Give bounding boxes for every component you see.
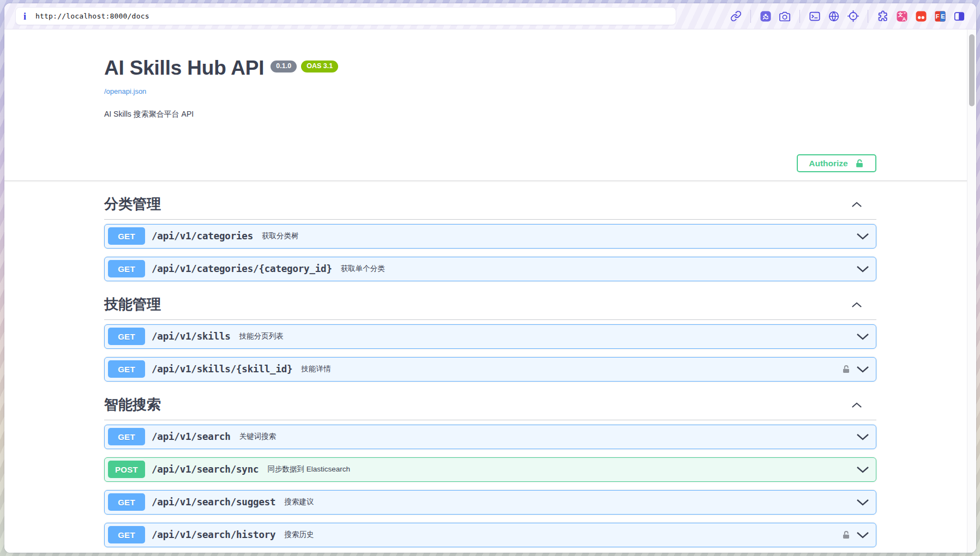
chevron-down-icon — [856, 366, 869, 373]
toolbar-separator — [868, 10, 868, 23]
endpoint-path: /api/v1/search — [152, 431, 231, 442]
method-badge: GET — [108, 360, 145, 378]
scrollbar-thumb[interactable] — [969, 34, 975, 106]
chevron-down-icon — [856, 265, 869, 273]
endpoint-path: /api/v1/search/sync — [152, 464, 258, 475]
api-sections: 分类管理 GET /api/v1/categories 获取分类树 GET /a… — [104, 196, 876, 553]
endpoint-summary: 技能分页列表 — [239, 331, 284, 341]
endpoint-summary: 搜索历史 — [284, 530, 314, 540]
tag-section: 技能管理 GET /api/v1/skills 技能分页列表 GET /api/… — [104, 297, 876, 382]
globe-icon[interactable] — [827, 9, 841, 23]
screenshot-app-icon[interactable] — [759, 9, 773, 23]
chevron-down-icon — [856, 233, 869, 240]
endpoint-path: /api/v1/categories — [152, 231, 253, 241]
lock-icon[interactable] — [841, 365, 851, 374]
endpoint-summary: 获取分类树 — [262, 231, 299, 241]
version-badge: 0.1.0 — [270, 61, 297, 72]
authorize-label: Authorize — [809, 159, 847, 168]
endpoint-path: /api/v1/search/history — [152, 529, 275, 540]
endpoint-summary: 搜索建议 — [284, 497, 314, 507]
section-title: 分类管理 — [104, 196, 161, 213]
method-badge: GET — [108, 428, 145, 445]
section-title: 技能管理 — [104, 297, 161, 313]
scrollbar-track[interactable] — [967, 29, 976, 553]
endpoint-summary: 获取单个分类 — [341, 264, 385, 274]
url-text: http://localhost:8000/docs — [35, 12, 149, 20]
browser-toolbar: i http://localhost:8000/docs — [4, 3, 976, 29]
section-endpoints: GET /api/v1/categories 获取分类树 GET /api/v1… — [104, 224, 876, 281]
endpoint-path: /api/v1/skills — [152, 331, 231, 342]
section-header[interactable]: 智能搜索 — [104, 397, 876, 420]
tag-section: 分类管理 GET /api/v1/categories 获取分类树 GET /a… — [104, 196, 876, 281]
endpoint-path: /api/v1/search/suggest — [152, 497, 275, 507]
link-icon[interactable] — [729, 9, 743, 23]
unlock-icon — [855, 159, 864, 168]
chevron-down-icon — [856, 433, 869, 440]
extensions-puzzle-icon[interactable] — [876, 9, 890, 23]
svg-text:E: E — [941, 13, 945, 20]
method-badge: GET — [108, 227, 145, 245]
camera-icon[interactable] — [778, 9, 792, 23]
endpoint-row[interactable]: GET /api/v1/categories/{category_id} 获取单… — [104, 257, 876, 281]
chevron-up-icon[interactable] — [851, 402, 862, 408]
section-header[interactable]: 技能管理 — [104, 297, 876, 320]
toolbar-separator — [799, 10, 800, 23]
endpoint-summary: 技能详情 — [301, 364, 330, 374]
chevron-up-icon[interactable] — [851, 301, 862, 308]
chevron-up-icon[interactable] — [851, 201, 862, 208]
oas-badge: OAS 3.1 — [301, 61, 338, 72]
endpoint-row[interactable]: POST /api/v1/search/sync 同步数据到 Elasticse… — [104, 457, 876, 482]
target-icon[interactable] — [846, 9, 860, 23]
api-description: AI Skills 搜索聚合平台 API — [104, 110, 876, 119]
url-bar[interactable]: i http://localhost:8000/docs — [15, 7, 676, 25]
chevron-down-icon — [856, 333, 869, 340]
app-window: i http://localhost:8000/docs — [4, 3, 976, 553]
api-info: AI Skills Hub API 0.1.0 OAS 3.1 /openapi… — [104, 29, 876, 154]
fe-extension-icon[interactable]: FE — [933, 9, 947, 23]
section-title: 智能搜索 — [104, 397, 161, 413]
endpoint-row[interactable]: GET /api/v1/categories 获取分类树 — [104, 224, 876, 249]
endpoint-row[interactable]: GET /api/v1/search/history 搜索历史 — [104, 523, 876, 547]
svg-text:A: A — [903, 15, 906, 21]
endpoint-row[interactable]: GET /api/v1/skills/{skill_id} 技能详情 — [104, 357, 876, 382]
endpoint-summary: 关键词搜索 — [239, 432, 276, 442]
svg-text:F: F — [936, 13, 940, 20]
info-icon: i — [23, 11, 26, 21]
red-dots-extension-icon[interactable] — [914, 9, 928, 23]
section-header[interactable]: 分类管理 — [104, 196, 876, 220]
toolbar-icon-group: 文A FE — [729, 9, 966, 23]
chevron-down-icon — [856, 531, 869, 539]
scheme-container: Authorize — [4, 154, 976, 181]
page-title: AI Skills Hub API — [104, 57, 264, 80]
method-badge: GET — [108, 493, 145, 511]
method-badge: GET — [108, 526, 145, 543]
section-endpoints: GET /api/v1/skills 技能分页列表 GET /api/v1/sk… — [104, 324, 876, 382]
authorize-button[interactable]: Authorize — [797, 154, 876, 172]
endpoint-row[interactable]: GET /api/v1/search 关键词搜索 — [104, 425, 876, 449]
page-content: AI Skills Hub API 0.1.0 OAS 3.1 /openapi… — [4, 29, 976, 553]
endpoint-row[interactable]: GET /api/v1/search/suggest 搜索建议 — [104, 490, 876, 515]
terminal-icon[interactable] — [808, 9, 822, 23]
tag-section: 智能搜索 GET /api/v1/search 关键词搜索 POST /api/… — [104, 397, 876, 547]
toolbar-separator — [750, 10, 751, 23]
lock-icon[interactable] — [841, 530, 851, 540]
method-badge: POST — [108, 461, 145, 478]
section-endpoints: GET /api/v1/search 关键词搜索 POST /api/v1/se… — [104, 425, 876, 547]
endpoint-path: /api/v1/skills/{skill_id} — [152, 364, 292, 374]
method-badge: GET — [108, 328, 145, 345]
endpoint-summary: 同步数据到 Elasticsearch — [267, 464, 350, 474]
openapi-spec-link[interactable]: /openapi.json — [104, 87, 146, 95]
translate-icon[interactable]: 文A — [895, 9, 909, 23]
chevron-down-icon — [856, 499, 869, 506]
split-view-icon[interactable] — [952, 9, 966, 23]
endpoint-path: /api/v1/categories/{category_id} — [152, 263, 332, 274]
endpoint-row[interactable]: GET /api/v1/skills 技能分页列表 — [104, 324, 876, 349]
method-badge: GET — [108, 260, 145, 277]
chevron-down-icon — [856, 466, 869, 473]
